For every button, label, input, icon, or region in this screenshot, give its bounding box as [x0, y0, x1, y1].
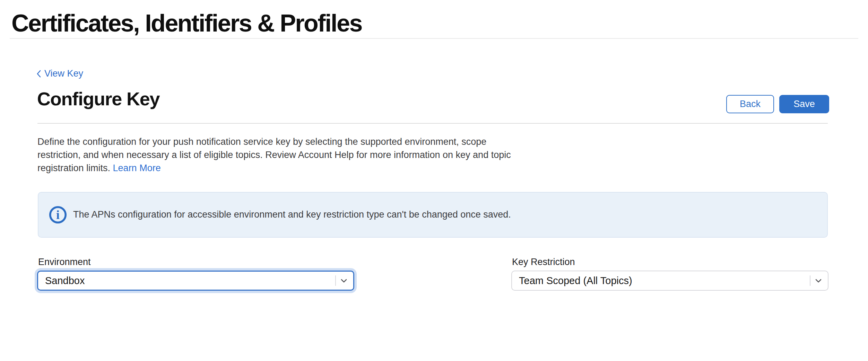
chevron-down-icon	[339, 275, 349, 286]
environment-select[interactable]: Sandbox	[37, 271, 354, 291]
description-line-text: registration limits.	[37, 163, 110, 173]
key-restriction-select[interactable]: Team Scoped (All Topics)	[511, 271, 828, 291]
section-divider	[37, 123, 828, 124]
environment-selected-value: Sandbox	[45, 275, 85, 287]
configure-key-page: Certificates, Identifiers & Profiles Vie…	[0, 0, 868, 361]
header-divider	[10, 38, 858, 39]
breadcrumb-view-key-link[interactable]: View Key	[36, 69, 83, 79]
notice-text: The APNs configuration for accessible en…	[73, 209, 511, 221]
back-button[interactable]: Back	[726, 95, 774, 113]
chevron-down-icon	[813, 275, 824, 286]
apns-notice-banner: i The APNs configuration for accessible …	[38, 192, 828, 238]
svg-text:i: i	[56, 208, 60, 222]
key-restriction-label: Key Restriction	[512, 256, 575, 267]
select-divider	[810, 275, 810, 286]
description-line: registration limits. Learn More	[37, 161, 511, 175]
info-circle-icon: i	[49, 206, 67, 224]
description-line: restriction, and when necessary a list o…	[37, 148, 511, 161]
page-title: Certificates, Identifiers & Profiles	[11, 10, 362, 37]
learn-more-link[interactable]: Learn More	[113, 163, 161, 173]
page-description: Define the configuration for your push n…	[37, 135, 511, 175]
save-button[interactable]: Save	[779, 95, 829, 113]
select-divider	[335, 275, 336, 286]
breadcrumb-label: View Key	[44, 69, 83, 79]
environment-label: Environment	[38, 256, 91, 267]
description-line: Define the configuration for your push n…	[37, 135, 511, 148]
chevron-left-icon	[36, 69, 41, 78]
key-restriction-selected-value: Team Scoped (All Topics)	[519, 275, 632, 287]
configure-key-heading: Configure Key	[37, 89, 159, 109]
